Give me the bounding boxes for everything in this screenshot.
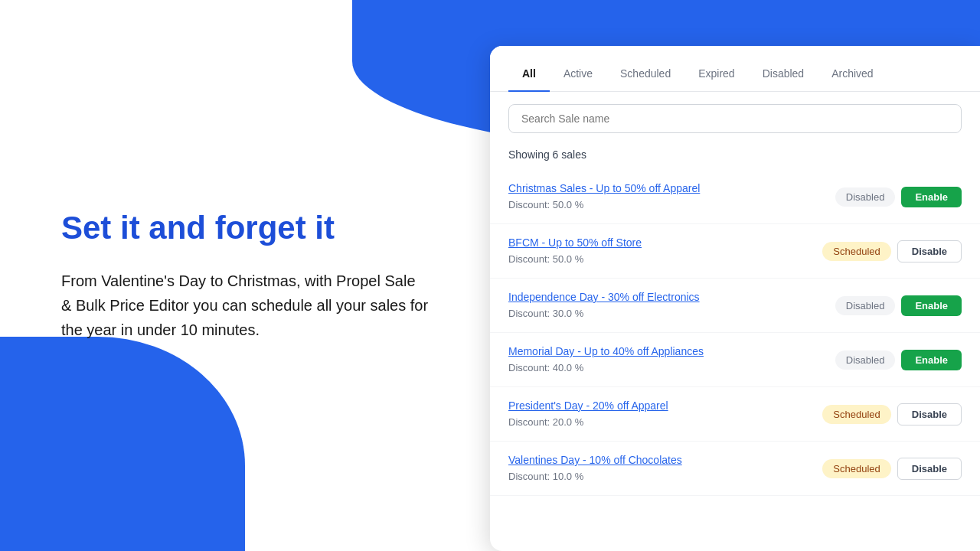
tab-all[interactable]: All — [508, 55, 550, 92]
status-badge: Scheduled — [822, 459, 890, 478]
tab-active[interactable]: Active — [550, 55, 606, 92]
sale-actions: Disabled Enable — [835, 295, 962, 316]
sale-name[interactable]: Independence Day - 30% off Electronics — [508, 291, 835, 303]
sale-name[interactable]: BFCM - Up to 50% off Store — [508, 236, 822, 249]
tab-expired[interactable]: Expired — [684, 55, 748, 92]
app-panel: All Active Scheduled Expired Disabled Ar… — [490, 46, 980, 551]
table-row: Independence Day - 30% off Electronics D… — [490, 279, 980, 333]
sale-info: BFCM - Up to 50% off Store Discount: 50.… — [508, 236, 822, 266]
tab-scheduled[interactable]: Scheduled — [606, 55, 684, 92]
hero-body: From Valentine's Day to Christmas, with … — [61, 269, 429, 342]
disable-button[interactable]: Disable — [897, 403, 962, 425]
sale-info: Memorial Day - Up to 40% off Appliances … — [508, 345, 835, 374]
status-badge: Disabled — [835, 187, 896, 207]
showing-label: Showing 6 sales — [490, 145, 980, 170]
status-badge: Disabled — [835, 350, 896, 370]
tab-disabled[interactable]: Disabled — [749, 55, 818, 92]
sale-discount: Discount: 50.0 % — [508, 253, 583, 265]
sale-name[interactable]: President's Day - 20% off Apparel — [508, 399, 822, 412]
search-input[interactable] — [508, 104, 962, 133]
search-container — [490, 92, 980, 145]
table-row: Valentines Day - 10% off Chocolates Disc… — [490, 442, 980, 496]
sale-discount: Discount: 50.0 % — [508, 199, 583, 210]
status-badge: Scheduled — [822, 242, 890, 261]
sale-actions: Scheduled Disable — [822, 403, 962, 425]
enable-button[interactable]: Enable — [901, 295, 962, 316]
sale-info: President's Day - 20% off Apparel Discou… — [508, 399, 822, 429]
sale-discount: Discount: 30.0 % — [508, 308, 583, 319]
sale-discount: Discount: 20.0 % — [508, 416, 583, 428]
left-panel: Set it and forget it From Valentine's Da… — [0, 0, 490, 551]
disable-button[interactable]: Disable — [897, 458, 962, 480]
sales-list: Christmas Sales - Up to 50% off Apparel … — [490, 170, 980, 551]
status-badge: Disabled — [835, 296, 896, 315]
tab-bar: All Active Scheduled Expired Disabled Ar… — [490, 46, 980, 92]
sale-actions: Scheduled Disable — [822, 458, 962, 480]
sale-discount: Discount: 40.0 % — [508, 362, 583, 373]
sale-actions: Disabled Enable — [835, 350, 962, 370]
sale-actions: Disabled Enable — [835, 187, 962, 207]
sale-actions: Scheduled Disable — [822, 240, 962, 262]
sale-discount: Discount: 10.0 % — [508, 471, 583, 482]
sale-name[interactable]: Valentines Day - 10% off Chocolates — [508, 454, 822, 466]
hero-title: Set it and forget it — [61, 209, 429, 247]
enable-button[interactable]: Enable — [901, 350, 962, 370]
table-row: Christmas Sales - Up to 50% off Apparel … — [490, 170, 980, 224]
table-row: BFCM - Up to 50% off Store Discount: 50.… — [490, 224, 980, 279]
sale-info: Valentines Day - 10% off Chocolates Disc… — [508, 454, 822, 483]
sale-info: Independence Day - 30% off Electronics D… — [508, 291, 835, 320]
disable-button[interactable]: Disable — [897, 240, 962, 262]
tab-archived[interactable]: Archived — [818, 55, 887, 92]
sale-info: Christmas Sales - Up to 50% off Apparel … — [508, 182, 835, 211]
table-row: President's Day - 20% off Apparel Discou… — [490, 387, 980, 442]
status-badge: Scheduled — [822, 405, 890, 424]
enable-button[interactable]: Enable — [901, 187, 962, 207]
sale-name[interactable]: Memorial Day - Up to 40% off Appliances — [508, 345, 835, 357]
table-row: Memorial Day - Up to 40% off Appliances … — [490, 333, 980, 387]
sale-name[interactable]: Christmas Sales - Up to 50% off Apparel — [508, 182, 835, 194]
